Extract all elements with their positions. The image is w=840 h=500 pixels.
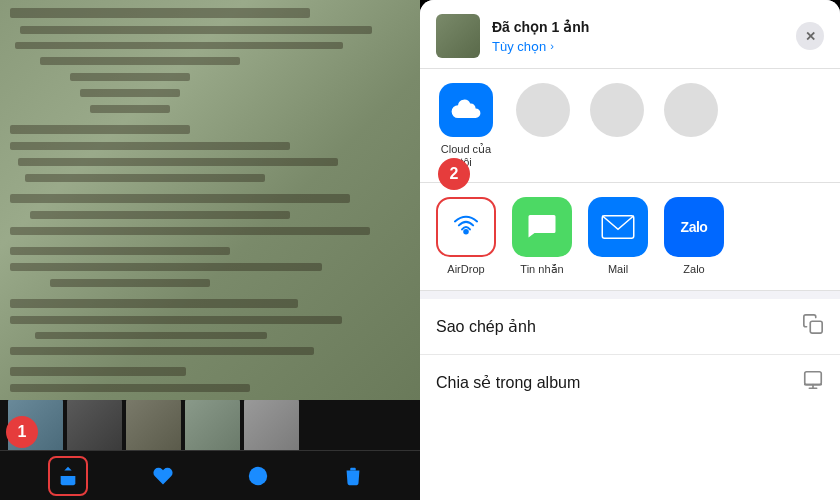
messages-app-name: Tin nhắn (520, 263, 563, 276)
svg-point-4 (463, 229, 469, 235)
share-preview-thumbnail (436, 14, 480, 58)
mail-app-item[interactable]: Mail (588, 197, 648, 275)
hw-line (10, 227, 370, 235)
album-icon (802, 369, 824, 396)
share-icon (57, 465, 79, 487)
action-copy-label: Sao chép ảnh (436, 317, 536, 336)
notebook-background (0, 0, 420, 400)
share-title: Đã chọn 1 ảnh (492, 19, 784, 35)
messages-icon (524, 209, 560, 245)
thumbnail-4[interactable] (185, 400, 240, 450)
zalo-app-item[interactable]: Zalo Zalo (664, 197, 724, 275)
empty-contact-circle (664, 83, 718, 137)
mail-app-name: Mail (608, 263, 628, 275)
action-album-label: Chia sẻ trong album (436, 373, 580, 392)
step-2-indicator: 2 (438, 158, 470, 190)
photo-toolbar (0, 450, 420, 500)
share-header-info: Đã chọn 1 ảnh Tùy chọn › (492, 19, 784, 54)
hw-line (35, 332, 267, 340)
info-icon (247, 465, 269, 487)
thumbnail-5[interactable] (244, 400, 299, 450)
heart-icon (152, 465, 174, 487)
handwriting-overlay (0, 0, 420, 400)
empty-contact-circle (590, 83, 644, 137)
hw-line (10, 367, 186, 376)
hw-line (20, 26, 372, 34)
hw-line (70, 73, 190, 81)
action-share-album[interactable]: Chia sẻ trong album (420, 355, 840, 410)
airdrop-app-name: AirDrop (447, 263, 484, 275)
hw-line (10, 142, 290, 151)
cloud-icon-circle (439, 83, 493, 137)
zalo-app-icon: Zalo (664, 197, 724, 257)
thumbnail-3[interactable] (126, 400, 181, 450)
action-list: Sao chép ảnh Chia sẻ trong album (420, 299, 840, 500)
hw-line (10, 194, 350, 203)
hw-line (90, 105, 170, 113)
app-share-row: AirDrop Tin nhắn Mail Zalo (420, 183, 840, 291)
mail-app-icon (588, 197, 648, 257)
airdrop-wifi-icon (447, 208, 485, 246)
contact-placeholder-1 (516, 83, 570, 137)
zalo-app-name: Zalo (683, 263, 704, 275)
hw-line (30, 211, 290, 219)
step-1-indicator: 1 (6, 416, 38, 448)
cloud-icon (450, 98, 482, 122)
share-header: Đã chọn 1 ảnh Tùy chọn › ✕ (420, 0, 840, 69)
chevron-right-icon: › (550, 40, 554, 52)
contact-row: Cloud của tôi (420, 69, 840, 183)
hw-line (10, 347, 314, 355)
thumbnail-strip (0, 400, 420, 450)
like-button[interactable] (143, 456, 183, 496)
empty-contact-circle (516, 83, 570, 137)
delete-button[interactable] (333, 456, 373, 496)
zalo-text: Zalo (681, 219, 708, 235)
action-copy-photo[interactable]: Sao chép ảnh (420, 299, 840, 355)
hw-line (15, 42, 343, 50)
copy-icon (802, 313, 824, 340)
airdrop-app-item[interactable]: AirDrop (436, 197, 496, 275)
hw-line (10, 263, 322, 271)
hw-line (50, 279, 210, 287)
messages-app-item[interactable]: Tin nhắn (512, 197, 572, 276)
share-close-button[interactable]: ✕ (796, 22, 824, 50)
share-subtitle-row[interactable]: Tùy chọn › (492, 39, 784, 54)
contact-placeholder-3 (664, 83, 718, 137)
cloud-contact-item[interactable]: Cloud của tôi (436, 83, 496, 168)
hw-line (80, 89, 180, 97)
photo-bottom-bar (0, 400, 420, 500)
share-button[interactable] (48, 456, 88, 496)
info-button[interactable] (238, 456, 278, 496)
hw-line (10, 316, 342, 324)
thumbnail-2[interactable] (67, 400, 122, 450)
messages-app-icon (512, 197, 572, 257)
trash-icon (342, 465, 364, 487)
share-subtitle[interactable]: Tùy chọn (492, 39, 546, 54)
hw-line (10, 8, 310, 18)
main-photo (0, 0, 420, 400)
hw-line (25, 174, 265, 182)
hw-line (40, 57, 240, 65)
hw-line (10, 384, 250, 392)
left-panel: 1 (0, 0, 420, 500)
share-sheet: Đã chọn 1 ảnh Tùy chọn › ✕ Cloud của tôi (420, 0, 840, 500)
airdrop-app-icon (436, 197, 496, 257)
contact-placeholder-2 (590, 83, 644, 137)
mail-icon (600, 213, 636, 241)
hw-line (18, 158, 338, 166)
svg-rect-7 (805, 372, 822, 385)
hw-line (10, 299, 298, 308)
svg-rect-6 (810, 321, 822, 333)
hw-line (10, 247, 230, 256)
hw-line (10, 125, 190, 134)
